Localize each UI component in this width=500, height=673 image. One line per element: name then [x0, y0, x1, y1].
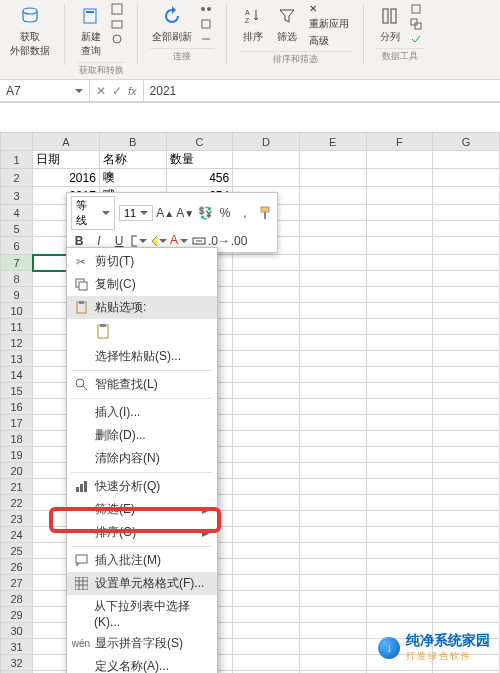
cell[interactable]: [366, 255, 433, 271]
cell[interactable]: [433, 575, 500, 591]
enter-formula-button[interactable]: ✓: [112, 84, 122, 98]
row-header[interactable]: 26: [1, 559, 33, 575]
cell[interactable]: [433, 287, 500, 303]
cell[interactable]: [433, 255, 500, 271]
cell[interactable]: [233, 399, 300, 415]
cell[interactable]: [366, 187, 433, 205]
col-header-a[interactable]: A: [33, 133, 100, 151]
cell[interactable]: [366, 447, 433, 463]
cell[interactable]: [366, 607, 433, 623]
edit-links-button[interactable]: [198, 32, 214, 46]
cell[interactable]: [299, 255, 366, 271]
cell[interactable]: [433, 351, 500, 367]
row-header[interactable]: 7: [1, 255, 33, 271]
cell[interactable]: [299, 463, 366, 479]
reapply-button[interactable]: 重新应用: [307, 16, 351, 32]
cell[interactable]: [433, 367, 500, 383]
cell[interactable]: [433, 335, 500, 351]
cell[interactable]: [433, 543, 500, 559]
cell[interactable]: [366, 495, 433, 511]
row-header[interactable]: 20: [1, 463, 33, 479]
cell[interactable]: 数量: [166, 151, 233, 169]
cell[interactable]: [433, 237, 500, 255]
refresh-all-button[interactable]: 全部刷新: [150, 2, 194, 46]
cell[interactable]: [299, 351, 366, 367]
cell[interactable]: [233, 151, 300, 169]
cell[interactable]: [299, 655, 366, 671]
cell[interactable]: [366, 205, 433, 221]
cell[interactable]: 2016: [33, 169, 100, 187]
cell[interactable]: [299, 187, 366, 205]
row-header[interactable]: 23: [1, 511, 33, 527]
name-box[interactable]: A7: [0, 80, 90, 101]
cell[interactable]: [366, 351, 433, 367]
comma-format-button[interactable]: ,: [237, 205, 253, 221]
cell[interactable]: [299, 383, 366, 399]
cell[interactable]: [299, 237, 366, 255]
cell[interactable]: [233, 319, 300, 335]
show-queries-button[interactable]: [109, 2, 125, 16]
remove-dup-button[interactable]: [408, 17, 424, 31]
cell[interactable]: [299, 287, 366, 303]
ctx-cut[interactable]: ✂剪切(T): [67, 250, 217, 273]
decrease-font-button[interactable]: A▼: [177, 205, 193, 221]
from-table-button[interactable]: [109, 17, 125, 31]
col-header-d[interactable]: D: [233, 133, 300, 151]
row-header[interactable]: 19: [1, 447, 33, 463]
cell[interactable]: [433, 463, 500, 479]
cell[interactable]: [299, 221, 366, 237]
cell[interactable]: [299, 543, 366, 559]
row-header[interactable]: 28: [1, 591, 33, 607]
cell[interactable]: [366, 591, 433, 607]
flash-fill-button[interactable]: [408, 2, 424, 16]
cell[interactable]: [433, 187, 500, 205]
cell[interactable]: [233, 351, 300, 367]
cell[interactable]: [366, 237, 433, 255]
cell[interactable]: [233, 271, 300, 287]
cell[interactable]: [366, 169, 433, 187]
cell[interactable]: [366, 399, 433, 415]
cell[interactable]: [299, 559, 366, 575]
cell[interactable]: [233, 335, 300, 351]
cell[interactable]: [233, 527, 300, 543]
cell[interactable]: [299, 335, 366, 351]
cell[interactable]: [233, 447, 300, 463]
cell[interactable]: [366, 383, 433, 399]
cell[interactable]: [366, 559, 433, 575]
ctx-format-cells[interactable]: 设置单元格格式(F)...: [67, 572, 217, 595]
cell[interactable]: [299, 169, 366, 187]
cell[interactable]: [433, 591, 500, 607]
connections-button[interactable]: [198, 2, 214, 16]
row-header[interactable]: 11: [1, 319, 33, 335]
row-header[interactable]: 12: [1, 335, 33, 351]
col-header-f[interactable]: F: [366, 133, 433, 151]
cell[interactable]: [433, 559, 500, 575]
cell[interactable]: [299, 527, 366, 543]
ctx-copy[interactable]: 复制(C): [67, 273, 217, 296]
cell[interactable]: [299, 607, 366, 623]
cell[interactable]: [299, 271, 366, 287]
cell[interactable]: [366, 511, 433, 527]
cell[interactable]: [233, 367, 300, 383]
ctx-delete[interactable]: 删除(D)...: [67, 424, 217, 447]
row-header[interactable]: 4: [1, 205, 33, 221]
accounting-format-button[interactable]: 💱: [197, 205, 213, 221]
cell[interactable]: 456: [166, 169, 233, 187]
cell[interactable]: [233, 607, 300, 623]
clear-filter-button[interactable]: ✕: [307, 2, 351, 15]
cell[interactable]: [366, 543, 433, 559]
cell[interactable]: [233, 575, 300, 591]
sort-button[interactable]: AZ 排序: [239, 2, 267, 46]
row-header[interactable]: 15: [1, 383, 33, 399]
cell[interactable]: [233, 383, 300, 399]
cell[interactable]: [366, 527, 433, 543]
cell[interactable]: [299, 151, 366, 169]
cell[interactable]: [299, 431, 366, 447]
data-validation-button[interactable]: [408, 32, 424, 46]
recent-sources-button[interactable]: [109, 32, 125, 46]
formula-input[interactable]: 2021: [144, 80, 500, 101]
cell[interactable]: [299, 623, 366, 639]
fx-icon[interactable]: fx: [128, 85, 137, 97]
cell[interactable]: [299, 511, 366, 527]
row-header[interactable]: 25: [1, 543, 33, 559]
